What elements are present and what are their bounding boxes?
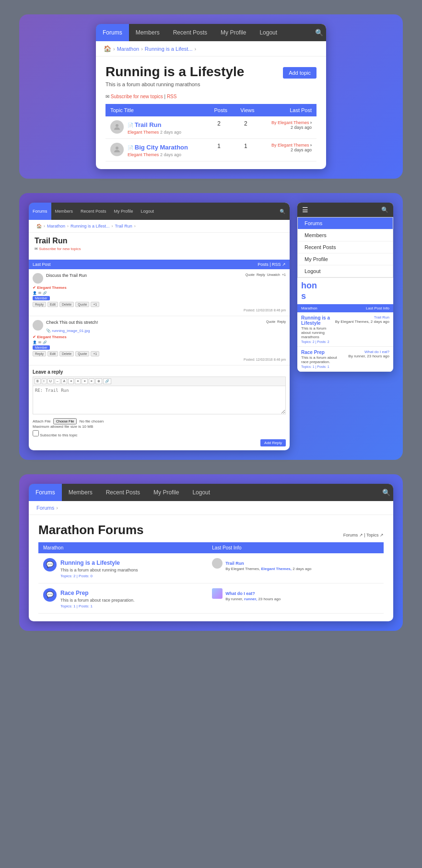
browser-2-right: ☰ 🔍 Forums Members Recent Posts My Profi… (297, 203, 393, 372)
forum-links: Forums ↗ | Topics ↗ (343, 533, 384, 537)
reply-btn[interactable]: Reply (33, 302, 46, 307)
topic-author[interactable]: Elegant Themes (128, 152, 159, 157)
bc-marathon[interactable]: Marathon (47, 224, 65, 228)
attach-row: Attach File Choose File No file chosen M… (33, 418, 286, 429)
nav-members[interactable]: Members (62, 484, 99, 501)
search-icon[interactable]: 🔍 (379, 484, 393, 501)
card-1: Forums Members Recent Posts My Profile L… (19, 14, 403, 179)
nav-logout[interactable]: Logout (137, 203, 158, 220)
mobile-forum-item: Race Prep This is a forum about race pre… (297, 347, 393, 372)
forum-stats: Topics: 1 | Posts: 1 (60, 604, 135, 608)
topic-link[interactable]: Big City Marathon (128, 144, 188, 151)
dropdown-menu: Forums Members Recent Posts My Profile L… (297, 217, 393, 278)
home-icon[interactable]: 🏠 (104, 45, 111, 52)
nav-logout[interactable]: Logout (253, 24, 284, 41)
nav-recent-posts[interactable]: Recent Posts (77, 203, 110, 220)
table-row: 💬 Race Prep This is a forum about race p… (38, 583, 384, 613)
post-author: ✔ Elegant Themes (33, 286, 286, 290)
nav-forums[interactable]: Forums (29, 203, 51, 220)
dropdown-item-members[interactable]: Members (298, 229, 393, 241)
nav-my-profile[interactable]: My Profile (110, 203, 137, 220)
add-reply-button[interactable]: Add Reply (260, 439, 286, 446)
add-topic-button[interactable]: Add topic (283, 67, 316, 79)
last-post-header: Last Post Posts | RSS ↗ (29, 260, 290, 269)
post-image: 📎 running_image_01.jpg (46, 329, 263, 333)
post-text: Discuss the Trail Run (46, 273, 243, 279)
table-row: Trail Run Elegant Themes 2 days ago 2 2 … (106, 116, 316, 139)
forum-icon: 💬 (43, 558, 57, 571)
topic-link[interactable]: Trail Run (128, 121, 161, 128)
hamburger-icon[interactable]: ☰ (302, 206, 308, 214)
bc-trailrun[interactable]: Trail Run (115, 224, 132, 228)
bc-lifest[interactable]: Running is a Lifest... (70, 224, 110, 228)
forum-desc: This is a forum about race preparation. (60, 598, 135, 603)
reply-btn[interactable]: Reply (33, 351, 46, 356)
bc-current[interactable]: Running is a Lifest... (145, 46, 193, 52)
last-post-link[interactable]: Trail Run (374, 315, 389, 320)
browser-3: Forums Members Recent Posts My Profile L… (29, 484, 393, 621)
nav-my-profile[interactable]: My Profile (214, 24, 253, 41)
underline-btn[interactable]: U (47, 378, 54, 384)
dropdown-item-profile[interactable]: My Profile (298, 253, 393, 265)
last-post-author[interactable]: By Elegant Themes (271, 143, 309, 148)
dropdown-item-logout[interactable]: Logout (298, 265, 393, 277)
col-last-post: Last Post (259, 104, 317, 116)
nav-forums[interactable]: Forums (96, 24, 129, 41)
last-post-author[interactable]: By Elegant Themes (271, 120, 309, 125)
rss-link[interactable]: RSS (167, 94, 177, 99)
nav-members[interactable]: Members (129, 24, 166, 41)
forums-table: Marathon Last Post Info 💬 Running is a L… (38, 542, 384, 614)
browser-1: Forums Members Recent Posts My Profile L… (96, 24, 326, 169)
browser-2-left: Forums Members Recent Posts My Profile L… (29, 203, 290, 450)
views-count: 1 (232, 139, 259, 161)
forum-name-link[interactable]: Race Prep (60, 590, 89, 596)
delete-btn[interactable]: Delete (59, 302, 74, 307)
bc-forums[interactable]: Forums (36, 505, 54, 511)
bc-marathon[interactable]: Marathon (117, 46, 139, 52)
last-post-link[interactable]: Trail Run (225, 561, 244, 566)
last-post-link[interactable]: What do I eat? (364, 350, 389, 354)
nav-my-profile[interactable]: My Profile (147, 484, 186, 501)
quote-btn[interactable]: Quote (75, 351, 89, 356)
nav-recent-posts[interactable]: Recent Posts (166, 24, 214, 41)
plus1-btn[interactable]: +1 (91, 302, 99, 307)
edit-btn[interactable]: Edit (47, 302, 58, 307)
quote-btn[interactable]: Quote (75, 302, 89, 307)
edit-btn[interactable]: Edit (47, 351, 58, 356)
topic-author[interactable]: Elegant Themes (128, 130, 159, 135)
subscribe-row: ✉ Subscribe for new topics | RSS (106, 94, 316, 99)
subscribe-link[interactable]: Subscribe for new topics (39, 247, 81, 251)
nav-forums[interactable]: Forums (29, 484, 62, 501)
nav-logout[interactable]: Logout (186, 484, 217, 501)
delete-btn[interactable]: Delete (59, 351, 74, 356)
nav-bar-3: Forums Members Recent Posts My Profile L… (29, 484, 393, 501)
forum-name-link[interactable]: Running is a Lifestyle (60, 560, 120, 566)
last-post-link[interactable]: What do I eat? (225, 591, 255, 596)
table-row: 💬 Running is a Lifestyle This is a forum… (38, 553, 384, 583)
forum-title-link[interactable]: Running is a Lifestyle (301, 315, 331, 326)
italic-btn[interactable]: I (42, 378, 47, 384)
card-3: Forums Members Recent Posts My Profile L… (19, 474, 403, 631)
bold-btn[interactable]: B (35, 378, 41, 384)
nav-recent-posts[interactable]: Recent Posts (99, 484, 147, 501)
col-views: Views (232, 104, 259, 116)
forum-stats: Topics: 2 | Posts: 0 (60, 574, 138, 578)
reply-section: Leave a reply B I U – A ≡ ≡ ≡ ≡ ⊕ 🔗 (29, 365, 290, 450)
dropdown-item-forums[interactable]: Forums (298, 217, 393, 229)
search-icon[interactable]: 🔍 (381, 206, 388, 213)
dropdown-item-recent[interactable]: Recent Posts (298, 241, 393, 253)
plus1-btn[interactable]: +1 (91, 351, 99, 356)
forum-title-link[interactable]: Race Prep (301, 350, 345, 355)
nav-members[interactable]: Members (51, 203, 77, 220)
avatar (110, 120, 124, 134)
search-icon[interactable]: 🔍 (312, 24, 326, 41)
breadcrumb-3: Forums › (29, 501, 393, 515)
breadcrumb-1: 🏠 › Marathon › Running is a Lifest... › (96, 41, 326, 57)
reply-input[interactable] (33, 386, 286, 414)
subscribe-link[interactable]: Subscribe for new topics (111, 94, 163, 99)
avatar (212, 588, 223, 599)
home-icon[interactable]: 🏠 (36, 224, 42, 228)
forum-desc: This is a forum about running marathons (60, 568, 138, 572)
choose-file-btn[interactable]: Choose File (53, 418, 77, 424)
search-icon[interactable]: 🔍 (275, 203, 290, 220)
